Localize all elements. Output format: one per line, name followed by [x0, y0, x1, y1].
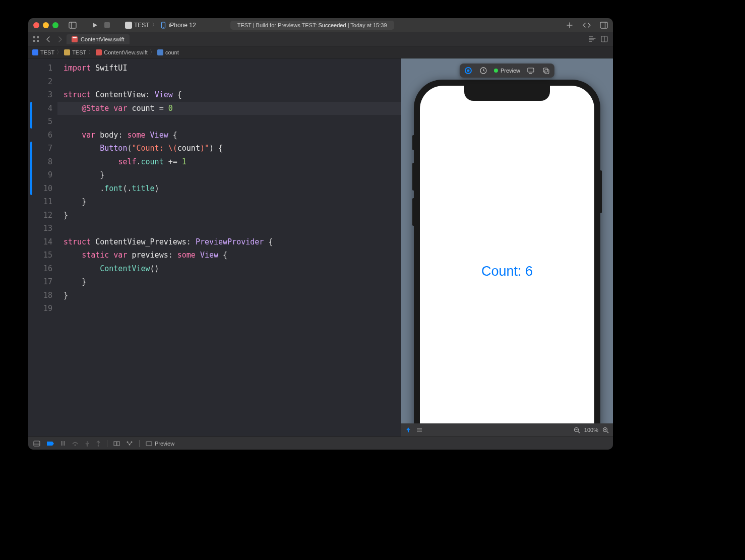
related-items-icon[interactable] [30, 34, 41, 45]
svg-rect-7 [33, 36, 35, 38]
svg-point-4 [163, 27, 164, 28]
process-label: Preview [155, 441, 174, 447]
canvas-toolbar: Preview [460, 64, 554, 78]
live-preview-icon[interactable] [464, 66, 473, 75]
toolbar: TEST 〉 iPhone 12 TEST | Build for Previe… [28, 18, 613, 32]
minimize-button[interactable] [43, 22, 49, 28]
step-over-icon[interactable] [72, 441, 79, 446]
zoom-out-icon[interactable] [574, 427, 580, 433]
activity-status[interactable]: TEST | Build for Previews TEST: Succeede… [230, 21, 394, 30]
folder-icon [64, 49, 70, 55]
svg-rect-30 [34, 441, 40, 446]
device-frame: Count: 6 [414, 80, 600, 423]
preview-label: Preview [501, 68, 520, 74]
editor-split: 12345678910111213141516171819 import Swi… [28, 58, 613, 437]
tab-bar: ContentView.swift [28, 32, 613, 46]
scheme-target: TEST [134, 22, 150, 29]
window-controls [33, 22, 58, 28]
hide-debug-icon[interactable] [33, 441, 40, 447]
jump-bar[interactable]: TEST 〉 TEST 〉 ContentView.swift 〉 count [28, 46, 613, 58]
canvas-footer: 100% [401, 423, 613, 437]
svg-point-36 [98, 445, 99, 447]
status-result: Succeeded [319, 22, 346, 28]
path-seg-symbol: count [165, 49, 179, 55]
svg-rect-33 [64, 441, 65, 446]
path-seg-file: ContentView.swift [104, 49, 148, 55]
source-editor[interactable]: 12345678910111213141516171819 import Swi… [28, 58, 401, 437]
path-seg-folder: TEST [72, 49, 86, 55]
right-sidebar-toggle-icon[interactable] [600, 21, 608, 29]
stop-button[interactable] [103, 21, 111, 29]
svg-point-34 [75, 445, 76, 446]
back-button[interactable] [42, 34, 53, 45]
device-settings-icon[interactable] [526, 66, 535, 75]
process-selector[interactable]: Preview [146, 441, 174, 447]
svg-rect-0 [69, 22, 76, 28]
adjust-editor-icon[interactable] [601, 36, 608, 42]
chevron-right-icon: 〉 [152, 21, 158, 29]
view-debug-icon[interactable] [113, 441, 120, 447]
svg-rect-2 [104, 22, 110, 28]
canvas[interactable]: Preview Count: 6 [401, 58, 613, 423]
svg-rect-8 [37, 36, 39, 38]
step-out-icon[interactable] [96, 441, 101, 447]
selectable-icon[interactable] [479, 66, 488, 75]
svg-point-14 [467, 70, 469, 72]
svg-rect-42 [146, 442, 152, 446]
svg-rect-38 [117, 442, 119, 446]
property-icon [157, 49, 163, 55]
svg-rect-16 [528, 68, 534, 72]
step-into-icon[interactable] [85, 441, 90, 447]
breakpoints-icon[interactable] [46, 441, 54, 446]
scheme-device: iPhone 12 [169, 22, 196, 29]
maximize-button[interactable] [52, 22, 58, 28]
xcode-window: TEST 〉 iPhone 12 TEST | Build for Previe… [28, 18, 613, 450]
svg-rect-5 [600, 22, 607, 28]
pin-icon[interactable] [405, 427, 411, 433]
svg-point-35 [87, 445, 88, 447]
device-notch [464, 86, 550, 101]
forward-button[interactable] [54, 34, 66, 45]
svg-line-25 [578, 431, 580, 433]
code-content[interactable]: import SwiftUI struct ContentView: View … [57, 58, 401, 437]
device-screen[interactable]: Count: 6 [420, 86, 594, 423]
debug-bar: Preview [28, 437, 613, 450]
swift-file-icon [96, 49, 102, 55]
tab-filename: ContentView.swift [81, 36, 125, 42]
status-dot-icon [494, 69, 498, 73]
zoom-in-icon[interactable] [602, 427, 609, 433]
svg-rect-9 [33, 40, 35, 42]
editor-tab[interactable]: ContentView.swift [67, 34, 130, 44]
svg-rect-32 [61, 441, 63, 446]
svg-rect-18 [543, 68, 547, 72]
duplicate-preview-icon[interactable] [541, 66, 550, 75]
count-button[interactable]: Count: 6 [481, 264, 533, 279]
minimap-icon[interactable] [589, 36, 596, 42]
swift-file-icon [72, 36, 78, 42]
preview-pane: Preview Count: 6 [401, 58, 613, 437]
svg-rect-10 [37, 40, 39, 42]
status-prefix: TEST | Build for Previews TEST: [237, 22, 317, 28]
svg-rect-37 [114, 442, 116, 446]
run-button[interactable] [91, 21, 99, 29]
close-button[interactable] [33, 22, 39, 28]
add-icon[interactable] [566, 21, 574, 29]
memory-graph-icon[interactable] [126, 441, 133, 446]
path-seg-project: TEST [40, 49, 54, 55]
svg-line-29 [607, 431, 608, 433]
scheme-selector[interactable]: TEST 〉 iPhone 12 [125, 21, 196, 29]
library-icon[interactable] [583, 21, 591, 29]
pause-icon[interactable] [60, 441, 66, 446]
svg-rect-19 [545, 70, 549, 74]
sidebar-toggle-icon[interactable] [69, 21, 77, 29]
project-icon [32, 49, 38, 55]
zoom-level[interactable]: 100% [584, 427, 598, 433]
preview-status[interactable]: Preview [494, 68, 520, 74]
app-icon [125, 22, 132, 29]
adjust-icon[interactable] [416, 427, 422, 432]
device-icon [160, 22, 167, 29]
status-time: Today at 15:39 [350, 22, 387, 28]
line-gutter: 12345678910111213141516171819 [28, 58, 57, 437]
